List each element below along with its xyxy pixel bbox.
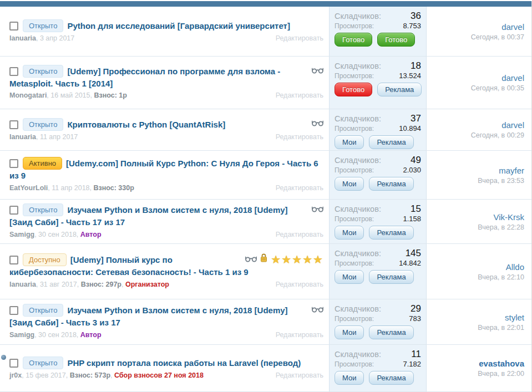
thread-meta-segment: Взнос: 297р	[81, 281, 121, 288]
my-button[interactable]: Мои	[335, 177, 364, 191]
prosmotrov-value: 2.030	[403, 166, 421, 174]
glasses-icon	[312, 118, 323, 129]
status-badge[interactable]: Открыто	[23, 65, 63, 78]
advert-button[interactable]: Реклама	[369, 135, 413, 149]
my-button[interactable]: Мои	[335, 270, 364, 284]
thread-checkbox[interactable]	[9, 256, 18, 264]
thread-title-line: ОткрытоИзучаем Python и Взлом систем с н…	[9, 304, 323, 328]
page: ОткрытоPython для исследований [Гарвардс…	[0, 1, 532, 392]
thread-row: ОткрытоИзучаем Python и Взлом систем с н…	[0, 299, 531, 345]
last-post-time: Сегодня, в 00:37	[471, 33, 524, 41]
status-badge[interactable]: Открыто	[23, 203, 63, 216]
rating-stars-icon: ★★★★★	[271, 254, 323, 265]
last-post-user-link[interactable]: mayfer	[499, 166, 524, 175]
advert-button[interactable]: Реклама	[369, 371, 413, 385]
thread-author[interactable]: Samigg	[9, 231, 34, 238]
thread-stats-cell: Складчиков:18Просмотров:13.524ГотовоРекл…	[329, 57, 427, 109]
status-badge[interactable]: Активно	[23, 157, 62, 170]
my-button[interactable]: Мои	[335, 325, 364, 339]
edit-link[interactable]: Редактировать	[276, 371, 323, 380]
thread-title-link[interactable]: Python для исследований [Гарвардский уни…	[67, 21, 290, 30]
status-toggle-button[interactable]: Готово	[335, 33, 372, 47]
thread-title-line: ОткрытоКриптовалюты с Python [QuantAtRis…	[9, 118, 323, 131]
last-post-user-link[interactable]: stylet	[505, 313, 524, 322]
thread-stats-cell: Складчиков:11Просмотров:7.182МоиРеклама	[329, 345, 427, 391]
last-post-time: Вчера, в 22:00	[478, 370, 524, 378]
prosmotrov-row: Просмотров:14.842	[335, 259, 421, 267]
edit-link[interactable]: Редактировать	[276, 330, 323, 340]
last-post-cell: evastahovaВчера, в 22:00	[427, 345, 531, 391]
my-button[interactable]: Мои	[335, 226, 364, 240]
thread-author[interactable]: EatYourLoli	[9, 184, 48, 192]
thread-author[interactable]: Samigg	[9, 331, 34, 339]
thread-icons: ★★★★★	[245, 253, 323, 265]
thread-checkbox[interactable]	[9, 306, 18, 315]
skladchikov-row: Складчиков:11	[335, 349, 421, 360]
thread-checkbox[interactable]	[9, 359, 18, 368]
status-badge[interactable]: Открыто	[23, 19, 63, 32]
edit-link[interactable]: Редактировать	[276, 91, 323, 100]
my-button[interactable]: Мои	[335, 371, 364, 385]
prosmotrov-row: Просмотров:13.524	[335, 72, 421, 80]
thread-meta-segment: Автор	[80, 331, 102, 339]
thread-checkbox[interactable]	[9, 67, 18, 76]
advert-button[interactable]: Реклама	[369, 226, 413, 240]
thread-list: ОткрытоPython для исследований [Гарвардс…	[0, 7, 531, 392]
last-post-time: Сегодня, в 00:35	[471, 84, 524, 92]
last-post-user-link[interactable]: darvel	[501, 120, 524, 130]
thread-meta-segment: , 30 сен 2018,	[34, 331, 80, 339]
thread-buttons: МоиРеклама	[335, 226, 421, 240]
status-toggle-button[interactable]: Готово	[335, 83, 372, 96]
thread-author[interactable]: Monogatari	[9, 91, 47, 99]
thread-meta-segment: , 30 сен 2018,	[34, 231, 80, 238]
thread-author[interactable]: Ianuaria	[9, 281, 36, 288]
last-post-user-link[interactable]: darvel	[501, 73, 524, 83]
skladchikov-label: Складчиков:	[335, 350, 381, 359]
status-badge[interactable]: Доступно	[23, 253, 67, 266]
last-post-time: Вчера, в 22:28	[478, 223, 524, 231]
thread-title-link[interactable]: PHP скрипт портала поиска работы на Lara…	[67, 358, 301, 368]
my-button[interactable]: Мои	[335, 135, 364, 149]
thread-author[interactable]: jr0x	[9, 371, 22, 379]
thread-stats-cell: Складчиков:15Просмотров:1.158МоиРеклама	[329, 200, 427, 243]
thread-main-cell: Открыто[Udemy] Профессионал по программе…	[0, 57, 329, 109]
advert-button[interactable]: Реклама	[369, 177, 413, 191]
edit-link[interactable]: Редактировать	[276, 280, 323, 289]
advert-button[interactable]: Реклама	[369, 325, 413, 339]
thread-meta-line: Редактироватьjr0x, 15 фев 2017, Взнос: 5…	[9, 371, 323, 380]
last-post-user-link[interactable]: Vik-Krsk	[493, 212, 524, 222]
status-badge[interactable]: Открыто	[23, 304, 63, 317]
thread-meta-line: РедактироватьSamigg, 30 сен 2018, Автор	[9, 230, 323, 240]
advert-button[interactable]: Реклама	[377, 83, 422, 96]
status-badge[interactable]: Открыто	[23, 357, 63, 369]
prosmotrov-label: Просмотров:	[335, 360, 374, 368]
thread-icons	[312, 203, 323, 215]
edit-link[interactable]: Редактировать	[276, 34, 323, 43]
thread-buttons: МоиРеклама	[335, 270, 421, 284]
skladchikov-row: Складчиков:18	[335, 60, 421, 72]
thread-checkbox[interactable]	[9, 159, 18, 168]
last-post-time: Сегодня, в 00:29	[471, 131, 524, 139]
thread-icons	[312, 304, 323, 315]
status-toggle-button[interactable]: Готово	[377, 33, 415, 47]
thread-title-link[interactable]: Криптовалюты с Python [QuantAtRisk]	[67, 120, 225, 129]
edit-link[interactable]: Редактировать	[276, 133, 323, 142]
last-post-time: Вчера, в 22:10	[478, 273, 524, 281]
advert-button[interactable]: Реклама	[369, 270, 413, 284]
status-badge[interactable]: Открыто	[23, 118, 63, 131]
thread-checkbox[interactable]	[9, 120, 18, 129]
edit-link[interactable]: Редактировать	[276, 230, 323, 240]
thread-author[interactable]: Ianuaria	[9, 34, 36, 42]
thread-buttons: МоиРеклама	[335, 371, 421, 385]
skladchikov-value: 11	[411, 349, 421, 360]
thread-buttons: МоиРеклама	[335, 325, 421, 339]
thread-author[interactable]: Ianuaria	[9, 133, 36, 141]
last-post-user-link[interactable]: evastahova	[479, 359, 524, 368]
thread-meta-segment: Взнос: 330р	[94, 184, 134, 192]
thread-checkbox[interactable]	[9, 206, 18, 215]
thread-checkbox[interactable]	[9, 22, 18, 30]
edit-link[interactable]: Редактировать	[276, 184, 323, 193]
last-post-user-link[interactable]: Alldo	[506, 262, 524, 272]
skladchikov-value: 37	[411, 113, 421, 124]
last-post-user-link[interactable]: darvel	[501, 22, 524, 32]
